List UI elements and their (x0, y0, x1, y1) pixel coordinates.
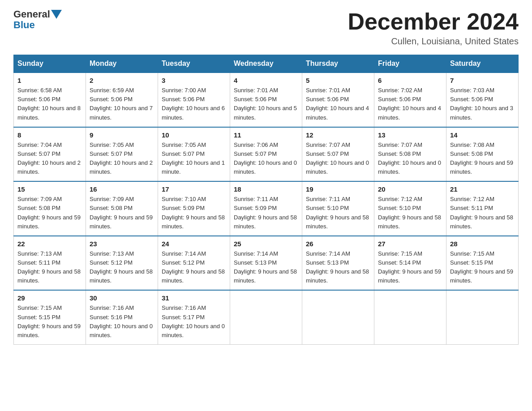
calendar-cell: 18Sunrise: 7:11 AMSunset: 5:09 PMDayligh… (230, 181, 302, 236)
day-number: 4 (234, 77, 298, 84)
day-info: Sunrise: 7:11 AMSunset: 5:09 PMDaylight:… (234, 195, 298, 231)
calendar-cell: 20Sunrise: 7:12 AMSunset: 5:10 PMDayligh… (374, 181, 446, 236)
calendar-week-4: 22Sunrise: 7:13 AMSunset: 5:11 PMDayligh… (14, 236, 519, 291)
day-info: Sunrise: 7:07 AMSunset: 5:07 PMDaylight:… (306, 141, 370, 177)
day-number: 31 (162, 294, 226, 302)
calendar-cell: 1Sunrise: 6:58 AMSunset: 5:06 PMDaylight… (14, 73, 86, 127)
day-number: 3 (162, 77, 226, 84)
calendar-cell: 7Sunrise: 7:03 AMSunset: 5:06 PMDaylight… (446, 73, 519, 127)
day-info: Sunrise: 7:14 AMSunset: 5:13 PMDaylight:… (234, 249, 298, 286)
day-info: Sunrise: 7:02 AMSunset: 5:06 PMDaylight:… (378, 86, 442, 122)
calendar-week-3: 15Sunrise: 7:09 AMSunset: 5:08 PMDayligh… (14, 181, 519, 236)
calendar-cell: 12Sunrise: 7:07 AMSunset: 5:07 PMDayligh… (302, 127, 374, 182)
day-number: 30 (90, 294, 154, 302)
calendar-cell: 2Sunrise: 6:59 AMSunset: 5:06 PMDaylight… (86, 73, 158, 127)
calendar-cell: 14Sunrise: 7:08 AMSunset: 5:08 PMDayligh… (446, 127, 519, 182)
day-number: 27 (378, 240, 442, 248)
day-number: 11 (234, 131, 298, 139)
day-info: Sunrise: 7:05 AMSunset: 5:07 PMDaylight:… (90, 141, 154, 177)
day-info: Sunrise: 7:10 AMSunset: 5:09 PMDaylight:… (162, 195, 226, 231)
calendar-cell (446, 290, 519, 344)
day-info: Sunrise: 7:08 AMSunset: 5:08 PMDaylight:… (450, 141, 515, 177)
day-number: 21 (450, 185, 515, 193)
calendar-cell: 30Sunrise: 7:16 AMSunset: 5:16 PMDayligh… (86, 290, 158, 344)
calendar-subtitle: Cullen, Louisiana, United States (348, 36, 519, 47)
calendar-title: December 2024 (348, 9, 519, 34)
calendar-cell (374, 290, 446, 344)
day-info: Sunrise: 7:16 AMSunset: 5:17 PMDaylight:… (162, 304, 226, 340)
day-number: 17 (162, 185, 226, 193)
day-info: Sunrise: 7:09 AMSunset: 5:08 PMDaylight:… (90, 195, 154, 231)
col-header-saturday: Saturday (446, 55, 519, 73)
calendar-cell: 23Sunrise: 7:13 AMSunset: 5:12 PMDayligh… (86, 236, 158, 291)
page-header: General Blue December 2024 Cullen, Louis… (13, 9, 519, 47)
calendar-cell: 15Sunrise: 7:09 AMSunset: 5:08 PMDayligh… (14, 181, 86, 236)
logo-blue-text: Blue (13, 20, 62, 30)
day-info: Sunrise: 7:13 AMSunset: 5:11 PMDaylight:… (17, 249, 82, 286)
calendar-cell: 9Sunrise: 7:05 AMSunset: 5:07 PMDaylight… (86, 127, 158, 182)
day-number: 19 (306, 185, 370, 193)
day-number: 18 (234, 185, 298, 193)
day-number: 25 (234, 240, 298, 248)
logo: General Blue (13, 9, 62, 30)
day-number: 20 (378, 185, 442, 193)
col-header-monday: Monday (86, 55, 158, 73)
day-number: 7 (450, 77, 515, 84)
day-info: Sunrise: 7:13 AMSunset: 5:12 PMDaylight:… (90, 249, 154, 286)
calendar-cell: 29Sunrise: 7:15 AMSunset: 5:15 PMDayligh… (14, 290, 86, 344)
day-number: 9 (90, 131, 154, 139)
col-header-wednesday: Wednesday (230, 55, 302, 73)
day-number: 23 (90, 240, 154, 248)
calendar-week-2: 8Sunrise: 7:04 AMSunset: 5:07 PMDaylight… (14, 127, 519, 182)
calendar-cell: 3Sunrise: 7:00 AMSunset: 5:06 PMDaylight… (158, 73, 230, 127)
day-info: Sunrise: 7:06 AMSunset: 5:07 PMDaylight:… (234, 141, 298, 177)
day-info: Sunrise: 7:16 AMSunset: 5:16 PMDaylight:… (90, 304, 154, 340)
day-number: 6 (378, 77, 442, 84)
calendar-cell (230, 290, 302, 344)
calendar-cell: 13Sunrise: 7:07 AMSunset: 5:08 PMDayligh… (374, 127, 446, 182)
day-number: 13 (378, 131, 442, 139)
day-info: Sunrise: 7:05 AMSunset: 5:07 PMDaylight:… (162, 141, 226, 177)
calendar-cell: 28Sunrise: 7:15 AMSunset: 5:15 PMDayligh… (446, 236, 519, 291)
calendar-cell: 17Sunrise: 7:10 AMSunset: 5:09 PMDayligh… (158, 181, 230, 236)
calendar-cell: 21Sunrise: 7:12 AMSunset: 5:11 PMDayligh… (446, 181, 519, 236)
calendar-cell: 22Sunrise: 7:13 AMSunset: 5:11 PMDayligh… (14, 236, 86, 291)
day-info: Sunrise: 7:07 AMSunset: 5:08 PMDaylight:… (378, 141, 442, 177)
calendar-cell: 19Sunrise: 7:11 AMSunset: 5:10 PMDayligh… (302, 181, 374, 236)
day-info: Sunrise: 7:01 AMSunset: 5:06 PMDaylight:… (306, 86, 370, 122)
day-number: 15 (17, 185, 82, 193)
col-header-sunday: Sunday (14, 55, 86, 73)
day-info: Sunrise: 7:14 AMSunset: 5:12 PMDaylight:… (162, 249, 226, 286)
calendar-cell: 16Sunrise: 7:09 AMSunset: 5:08 PMDayligh… (86, 181, 158, 236)
day-number: 28 (450, 240, 515, 248)
calendar-table: SundayMondayTuesdayWednesdayThursdayFrid… (13, 55, 519, 345)
col-header-tuesday: Tuesday (158, 55, 230, 73)
day-info: Sunrise: 6:58 AMSunset: 5:06 PMDaylight:… (17, 86, 82, 122)
day-info: Sunrise: 7:04 AMSunset: 5:07 PMDaylight:… (17, 141, 82, 177)
calendar-cell: 26Sunrise: 7:14 AMSunset: 5:13 PMDayligh… (302, 236, 374, 291)
day-info: Sunrise: 7:00 AMSunset: 5:06 PMDaylight:… (162, 86, 226, 122)
calendar-cell: 4Sunrise: 7:01 AMSunset: 5:06 PMDaylight… (230, 73, 302, 127)
day-info: Sunrise: 7:09 AMSunset: 5:08 PMDaylight:… (17, 195, 82, 231)
calendar-week-5: 29Sunrise: 7:15 AMSunset: 5:15 PMDayligh… (14, 290, 519, 344)
day-number: 26 (306, 240, 370, 248)
calendar-cell: 31Sunrise: 7:16 AMSunset: 5:17 PMDayligh… (158, 290, 230, 344)
day-number: 16 (90, 185, 154, 193)
day-number: 14 (450, 131, 515, 139)
day-number: 12 (306, 131, 370, 139)
calendar-cell: 11Sunrise: 7:06 AMSunset: 5:07 PMDayligh… (230, 127, 302, 182)
day-info: Sunrise: 7:15 AMSunset: 5:15 PMDaylight:… (450, 249, 515, 286)
col-header-thursday: Thursday (302, 55, 374, 73)
calendar-cell: 25Sunrise: 7:14 AMSunset: 5:13 PMDayligh… (230, 236, 302, 291)
logo-general-text: General (13, 9, 50, 20)
day-number: 24 (162, 240, 226, 248)
calendar-cell: 24Sunrise: 7:14 AMSunset: 5:12 PMDayligh… (158, 236, 230, 291)
calendar-cell: 5Sunrise: 7:01 AMSunset: 5:06 PMDaylight… (302, 73, 374, 127)
day-info: Sunrise: 7:12 AMSunset: 5:11 PMDaylight:… (450, 195, 515, 231)
calendar-cell: 27Sunrise: 7:15 AMSunset: 5:14 PMDayligh… (374, 236, 446, 291)
day-number: 8 (17, 131, 82, 139)
day-number: 5 (306, 77, 370, 84)
logo-triangle-icon (51, 10, 62, 19)
day-info: Sunrise: 7:01 AMSunset: 5:06 PMDaylight:… (234, 86, 298, 122)
day-number: 2 (90, 77, 154, 84)
